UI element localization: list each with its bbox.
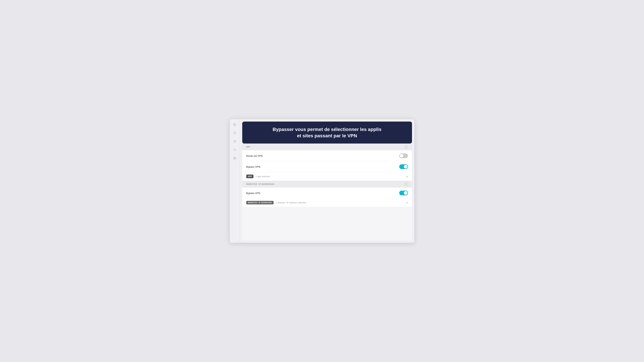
tooltip-line2: et sites passant par le VPN <box>297 133 357 138</box>
app-badge[interactable]: APP <box>246 175 254 178</box>
bypass-vpn-websites-label: Bypass VPN <box>246 192 260 195</box>
tooltip-line1: Bypasser vous permet de sélectionner les… <box>272 127 382 132</box>
content-spacer <box>242 207 412 240</box>
app-container: Bypasser vous permet de sélectionner les… <box>230 119 414 243</box>
settings-panel: APP i Route via VPN Bypass VPN APP <box>242 143 412 240</box>
svg-point-3 <box>234 140 235 142</box>
websites-badge-row: WEBSITES / IP ADDRESSES 1 website / IP a… <box>246 199 408 207</box>
bypass-vpn-app-row: Bypass VPN <box>246 161 408 172</box>
app-section-title: APP <box>246 146 250 148</box>
bypass-vpn-app-toggle[interactable] <box>399 164 408 169</box>
websites-chevron-icon[interactable]: ∨ <box>406 201 408 204</box>
route-via-vpn-label: Route via VPN <box>246 154 263 157</box>
bug-icon[interactable] <box>231 138 238 145</box>
app-section-header: APP i <box>242 143 412 150</box>
app-chevron-icon[interactable]: ∨ <box>406 175 408 178</box>
tooltip-text: Bypasser vous permet de sélectionner les… <box>249 126 405 139</box>
websites-info-icon[interactable]: i <box>404 182 408 186</box>
svg-point-10 <box>234 149 236 151</box>
search-icon[interactable] <box>231 146 238 153</box>
websites-badge-row-left: WEBSITES / IP ADDRESSES 1 website / IP a… <box>246 201 306 204</box>
app-info-icon[interactable]: i <box>404 145 408 149</box>
svg-line-11 <box>235 150 236 151</box>
svg-point-12 <box>234 158 235 158</box>
bypass-vpn-websites-toggle[interactable] <box>399 191 408 195</box>
websites-section-body: Bypass VPN WEBSITES / IP ADDRESSES 1 web… <box>242 188 412 207</box>
tooltip-banner: Bypasser vous permet de sélectionner les… <box>242 122 412 144</box>
close-icon[interactable] <box>231 121 238 128</box>
app-section: APP i Route via VPN Bypass VPN APP <box>242 143 412 181</box>
websites-section: WEBSITES / IP ADDRESSES i Bypass VPN WEB… <box>242 181 412 207</box>
svg-line-8 <box>234 142 234 142</box>
bell-icon[interactable] <box>231 130 238 136</box>
app-badge-row-left: APP 1 app selected <box>246 175 270 178</box>
route-via-vpn-toggle[interactable] <box>399 153 408 158</box>
svg-line-9 <box>235 142 236 142</box>
app-badge-count: 1 app selected <box>256 175 270 178</box>
settings-icon[interactable] <box>231 155 238 161</box>
bypass-vpn-websites-row: Bypass VPN <box>246 188 408 199</box>
websites-badge[interactable]: WEBSITES / IP ADDRESSES <box>246 201 274 204</box>
websites-section-title: WEBSITES / IP ADDRESSES <box>246 183 274 185</box>
bypass-vpn-app-label: Bypass VPN <box>246 165 260 168</box>
route-via-vpn-row: Route via VPN <box>246 150 408 161</box>
websites-badge-count: 1 website / IP address selected <box>276 201 306 204</box>
svg-line-5 <box>235 141 236 141</box>
app-section-body: Route via VPN Bypass VPN APP 1 app selec… <box>242 150 412 181</box>
sidebar <box>230 119 240 243</box>
app-badge-row: APP 1 app selected ∨ <box>246 172 408 181</box>
main-content: Bypasser vous permet de sélectionner les… <box>240 119 414 243</box>
websites-section-header: WEBSITES / IP ADDRESSES i <box>242 181 412 187</box>
svg-line-4 <box>234 141 234 141</box>
